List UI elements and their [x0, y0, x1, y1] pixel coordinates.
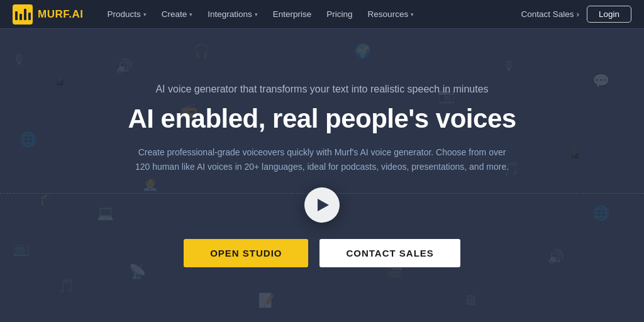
chevron-icon: ▾ — [255, 11, 258, 18]
contact-sales-button[interactable]: CONTACT SALES — [319, 239, 460, 267]
play-icon — [318, 199, 329, 211]
nav-item-integrations[interactable]: Integrations ▾ — [201, 6, 264, 23]
nav-item-create[interactable]: Create ▾ — [155, 6, 199, 23]
nav-item-products[interactable]: Products ▾ — [101, 6, 152, 23]
chevron-icon: ▾ — [143, 11, 147, 18]
chevron-icon: ▾ — [189, 11, 192, 18]
hero-title: AI enabled, real people's voices — [128, 104, 516, 134]
hero-subtitle: AI voice generator that transforms your … — [155, 84, 488, 95]
nav-links: Products ▾ Create ▾ Integrations ▾ Enter… — [101, 6, 521, 23]
nav-item-resources[interactable]: Resources ▾ — [362, 6, 421, 23]
bg-pattern: 🎙 📱 🌐 🎓 📺 🎵 🔊 💻 📡 🎧 📻 🎤 📝 🌍 📷 🎬 🖥 🎙 📱 🌐 … — [0, 29, 644, 322]
logo-icon — [13, 4, 33, 25]
play-button[interactable] — [304, 187, 340, 223]
hero-section: 🎙 📱 🌐 🎓 📺 🎵 🔊 💻 📡 🎧 📻 🎤 📝 🌍 📷 🎬 🖥 🎙 📱 🌐 … — [0, 29, 644, 322]
nav-right: Contact Sales › Login — [521, 6, 631, 23]
nav-item-pricing[interactable]: Pricing — [320, 6, 358, 23]
nav-item-enterprise[interactable]: Enterprise — [267, 6, 318, 23]
logo[interactable]: MURF.AI — [13, 4, 83, 25]
open-studio-button[interactable]: OPEN STUDIO — [184, 239, 308, 267]
cta-buttons: OPEN STUDIO CONTACT SALES — [184, 239, 460, 267]
login-button[interactable]: Login — [587, 6, 631, 23]
contact-sales-nav-link[interactable]: Contact Sales › — [521, 9, 579, 19]
play-button-wrap — [304, 187, 340, 223]
navbar: MURF.AI Products ▾ Create ▾ Integrations… — [0, 0, 644, 29]
logo-text: MURF.AI — [38, 8, 83, 21]
hero-description: Create professional-grade voiceovers qui… — [133, 145, 511, 174]
chevron-icon: ▾ — [411, 11, 414, 18]
